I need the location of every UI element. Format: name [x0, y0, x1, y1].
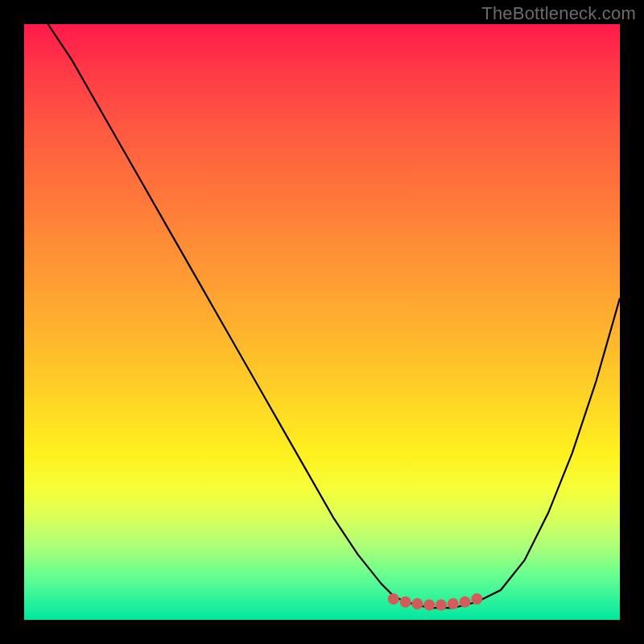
- optimum-marker: [388, 593, 399, 605]
- optimum-marker: [411, 598, 423, 609]
- watermark-text: TheBottleneck.com: [481, 3, 636, 24]
- optimum-marker: [423, 600, 435, 611]
- chart-frame: TheBottleneck.com: [0, 0, 644, 644]
- optimum-marker: [436, 600, 447, 611]
- optimum-marker: [448, 598, 459, 609]
- gradient-plot-area: [24, 24, 620, 620]
- bottleneck-curve: [48, 24, 620, 608]
- optimum-marker: [471, 593, 482, 605]
- optimum-marker: [400, 597, 411, 608]
- plot-svg: [24, 24, 620, 620]
- optimum-marker: [460, 597, 471, 608]
